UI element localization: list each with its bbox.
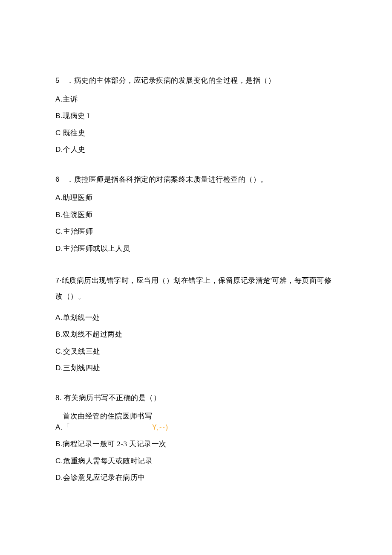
question-7: 7·纸质病历出现错字时，应当用（）划在错字上，保留原记录清楚'可辨，每页面可修改… [55,273,338,374]
option-6c: C.主治医师 [55,226,338,237]
question-content: ．病史的主体部分，应记录疾病的发展变化的全过程，是指（） [66,76,275,84]
option-5c: C 既往史 [55,128,338,139]
option-5d: D.个人史 [55,144,338,155]
option-7b: B.双划线不超过两处 [55,329,338,340]
option-8d: D.会诊意见应记录在病历中 [55,472,338,483]
question-content: ·纸质病历出现错字时，应当用（）划在错字上，保留原记录清楚'可辨，每页面可修改（… [55,276,331,300]
option-7c: C.交叉线三处 [55,346,338,357]
question-content: 有关病历书写不正确的是（） [62,394,161,402]
annotation-mark: Y,--) [152,422,178,433]
question-5-text: 5．病史的主体部分，应记录疾病的发展变化的全过程，是指（） [55,75,338,86]
option-6d: D.主治医师或以上人员 [55,243,338,254]
question-number: 8. [55,394,62,402]
option-5a: A.主诉 [55,94,338,105]
question-8: 8. 有关病历书写不正确的是（） A.首次由经管的住院医师书写「Y,--) B.… [55,392,338,483]
question-6-text: 6．质控医师是指各科指定的对病案终末质量进行检查的（）。 [55,174,338,185]
question-content: ．质控医师是指各科指定的对病案终末质量进行检查的（）。 [66,175,268,183]
question-number: 7 [55,276,60,285]
option-5b: B.现病史 I [55,110,338,122]
option-8c: C.危重病人需每天或随时记录 [55,456,338,467]
document-page: 5．病史的主体部分，应记录疾病的发展变化的全过程，是指（） A.主诉 B.现病史… [0,0,392,555]
question-7-text: 7·纸质病历出现错字时，应当用（）划在错字上，保留原记录清楚'可辨，每页面可修改… [55,273,338,305]
question-6: 6．质控医师是指各科指定的对病案终末质量进行检查的（）。 A.助理医师 B.住院… [55,174,338,254]
question-8-text: 8. 有关病历书写不正确的是（） [55,392,338,404]
option-7d: D.三划线四处 [55,363,338,374]
option-8a: A.首次由经管的住院医师书写「Y,--) [55,411,338,433]
option-6a: A.助理医师 [55,192,338,203]
option-7a: A.单划线一处 [55,312,338,323]
question-5: 5．病史的主体部分，应记录疾病的发展变化的全过程，是指（） A.主诉 B.现病史… [55,75,338,155]
option-8b: B.病程记录一般可 2-3 天记录一次 [55,439,338,450]
question-number: 5 [55,75,66,86]
option-6b: B.住院医师 [55,209,338,221]
question-number: 6 [55,174,66,185]
